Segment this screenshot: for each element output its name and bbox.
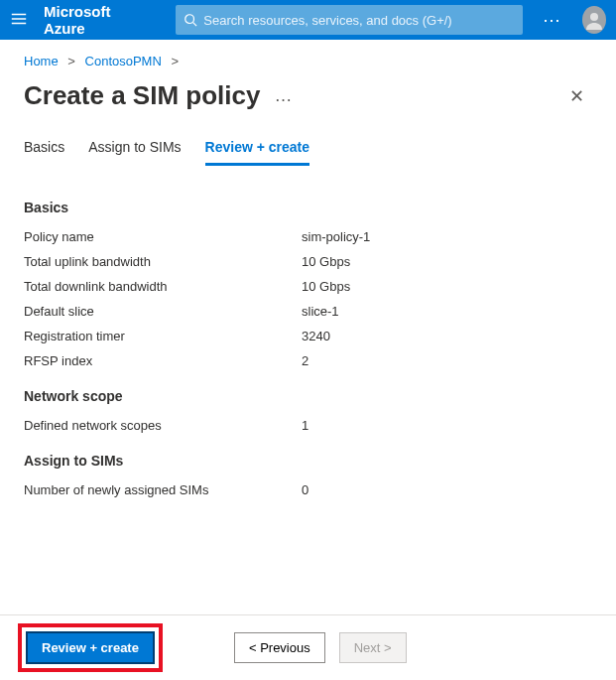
kv-row: Default slice slice-1 [24, 304, 592, 319]
highlight-box: Review + create [18, 623, 163, 672]
kv-row: Number of newly assigned SIMs 0 [24, 482, 592, 497]
kv-value: slice-1 [302, 304, 339, 319]
kv-row: Total uplink bandwidth 10 Gbps [24, 254, 592, 269]
kv-label: Number of newly assigned SIMs [24, 482, 302, 497]
kv-value: 2 [302, 353, 308, 368]
chevron-right-icon: > [171, 54, 179, 68]
tab-assign-to-sims[interactable]: Assign to SIMs [88, 139, 181, 166]
title-more-icon[interactable]: … [274, 85, 292, 106]
kv-value: sim-policy-1 [302, 229, 370, 244]
kv-row: Registration timer 3240 [24, 329, 592, 343]
breadcrumb-home[interactable]: Home [24, 54, 59, 68]
kv-label: Total downlink bandwidth [24, 279, 302, 294]
topbar: Microsoft Azure ⋯ [0, 0, 616, 40]
review-content: Basics Policy name sim-policy-1 Total up… [0, 166, 616, 642]
kv-label: Policy name [24, 229, 302, 244]
svg-point-0 [185, 15, 194, 24]
kv-row: Policy name sim-policy-1 [24, 229, 592, 244]
previous-button[interactable]: < Previous [234, 632, 325, 663]
kv-value: 3240 [302, 329, 330, 343]
kv-value: 0 [302, 482, 308, 497]
kv-label: Default slice [24, 304, 302, 319]
section-title-network-scope: Network scope [24, 388, 592, 404]
breadcrumb: Home > ContosoPMN > [0, 40, 616, 74]
search-input[interactable] [203, 13, 515, 28]
kv-label: Total uplink bandwidth [24, 254, 302, 269]
next-button: Next > [339, 632, 407, 663]
review-create-button[interactable]: Review + create [26, 631, 155, 664]
section-title-assign: Assign to SIMs [24, 453, 592, 469]
avatar[interactable] [582, 6, 606, 34]
kv-value: 1 [302, 418, 308, 433]
kv-row: Defined network scopes 1 [24, 418, 592, 433]
footer: Review + create < Previous Next > [0, 614, 616, 680]
page-title: Create a SIM policy [24, 80, 260, 111]
section-title-basics: Basics [24, 200, 592, 215]
tab-basics[interactable]: Basics [24, 139, 64, 166]
hamburger-icon[interactable] [10, 10, 28, 31]
kv-label: RFSP index [24, 353, 302, 368]
more-icon[interactable]: ⋯ [543, 9, 562, 31]
search-icon [184, 13, 197, 27]
tabs: Basics Assign to SIMs Review + create [0, 111, 616, 166]
svg-point-2 [590, 13, 598, 21]
kv-row: RFSP index 2 [24, 353, 592, 368]
brand-label: Microsoft Azure [44, 3, 138, 37]
kv-value: 10 Gbps [302, 279, 350, 294]
title-row: Create a SIM policy … ✕ [0, 74, 616, 111]
kv-row: Total downlink bandwidth 10 Gbps [24, 279, 592, 294]
search-box[interactable] [176, 5, 523, 35]
kv-label: Registration timer [24, 329, 302, 343]
chevron-right-icon: > [67, 54, 75, 68]
close-icon[interactable]: ✕ [561, 81, 592, 111]
kv-value: 10 Gbps [302, 254, 350, 269]
svg-line-1 [193, 23, 197, 27]
breadcrumb-contosopmn[interactable]: ContosoPMN [85, 54, 162, 68]
tab-review-create[interactable]: Review + create [205, 139, 309, 166]
kv-label: Defined network scopes [24, 418, 302, 433]
